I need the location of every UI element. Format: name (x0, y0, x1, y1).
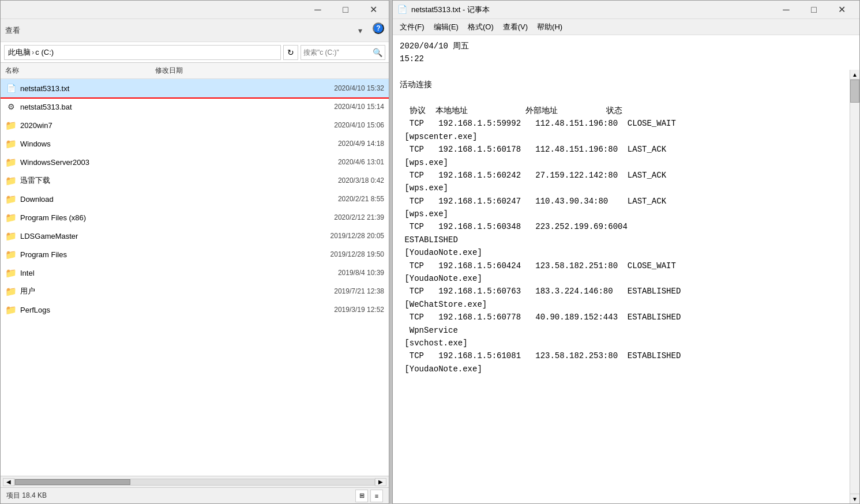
folder-icon: 📁 (5, 304, 17, 315)
file-name: WindowsServer2003 (20, 158, 159, 167)
folder-icon: 📁 (5, 175, 17, 186)
titlebar-controls: ─ □ ✕ (305, 1, 386, 18)
notepad-icon: 📄 (397, 5, 408, 15)
file-date: 2019/3/19 12:52 (334, 306, 384, 314)
hscroll-track[interactable] (14, 479, 375, 486)
menu-item-3[interactable]: 查看(V) (498, 20, 532, 34)
scrollbar-down-button[interactable]: ▼ (850, 494, 859, 503)
minimize-button[interactable]: ─ (305, 1, 331, 18)
notepad-menubar: 文件(F)编辑(E)格式(O)查看(V)帮助(H) (393, 19, 859, 35)
file-name: Intel (20, 269, 159, 277)
menu-item-0[interactable]: 文件(F) (395, 20, 429, 34)
file-name: Program Files (20, 250, 159, 259)
grid-view-button[interactable]: ⊞ (355, 490, 368, 502)
notepad-content[interactable]: 2020/04/10 周五 15:22 活动连接 协议 本地地址 外部地址 状态… (393, 35, 850, 503)
menu-item-4[interactable]: 帮助(H) (532, 20, 567, 34)
file-date: 2019/7/21 12:38 (334, 287, 384, 295)
scrollbar-up-button[interactable]: ▲ (850, 70, 859, 80)
notepad-title: netstat5313.txt - 记事本 (411, 5, 773, 15)
file-date: 2020/4/10 15:14 (334, 103, 384, 111)
close-button[interactable]: ✕ (360, 1, 386, 18)
maximize-button[interactable]: □ (332, 1, 359, 18)
file-date: 2020/2/21 8:55 (338, 195, 384, 203)
menu-item-1[interactable]: 编辑(E) (429, 20, 463, 34)
notepad-content-area: 2020/04/10 周五 15:22 活动连接 协议 本地地址 外部地址 状态… (393, 35, 859, 503)
notepad-maximize-button[interactable]: □ (801, 1, 827, 18)
scrollbar-thumb[interactable] (850, 80, 859, 103)
file-name: 2020win7 (20, 121, 159, 130)
notepad-window: 📄 netstat5313.txt - 记事本 ─ □ ✕ 文件(F)编辑(E)… (392, 0, 860, 504)
file-name: 用户 (20, 286, 159, 296)
hscroll-thumb[interactable] (15, 479, 130, 485)
column-date-header: 修改日期 (155, 66, 183, 76)
column-name-header: 名称 (5, 66, 155, 76)
file-item[interactable]: 📁2020win72020/4/10 15:06 (1, 116, 389, 134)
horizontal-scrollbar[interactable]: ◀ ▶ (1, 476, 389, 487)
item-count: 项目 18.4 KB (6, 491, 47, 501)
scroll-right-btn[interactable]: ▶ (375, 478, 386, 486)
folder-icon: 📁 (5, 156, 17, 168)
notepad-close-button[interactable]: ✕ (828, 1, 855, 18)
file-list: 📄netstat5313.txt2020/4/10 15:32⚙netstat5… (1, 79, 389, 476)
txt-icon: 📄 (5, 82, 17, 94)
menu-item-2[interactable]: 格式(O) (463, 20, 498, 34)
file-item[interactable]: 📄netstat5313.txt2020/4/10 15:32 (1, 79, 389, 97)
view-controls: ⊞ ≡ (355, 490, 383, 502)
scrollbar-track (850, 80, 859, 494)
file-item[interactable]: ⚙netstat5313.bat2020/4/10 15:14 (1, 97, 389, 116)
search-input[interactable] (303, 48, 373, 57)
file-item[interactable]: 📁Download2020/2/21 8:55 (1, 190, 389, 208)
file-date: 2019/8/4 10:39 (338, 269, 384, 277)
file-date: 2019/12/28 20:05 (331, 232, 384, 240)
file-name: Windows (20, 140, 159, 148)
file-name: netstat5313.txt (20, 84, 159, 93)
breadcrumb-arrow: › (32, 48, 34, 57)
refresh-button[interactable]: ↻ (283, 45, 298, 60)
toolbar: 查看 ▾ ? (1, 19, 389, 42)
file-item[interactable]: 📁LDSGameMaster2019/12/28 20:05 (1, 227, 389, 245)
file-item[interactable]: 📁Windows2020/4/9 14:18 (1, 134, 389, 153)
file-date: 2020/3/18 0:42 (338, 176, 384, 185)
bat-icon: ⚙ (5, 101, 17, 112)
view-label: 查看 (5, 25, 20, 36)
notepad-titlebar: 📄 netstat5313.txt - 记事本 ─ □ ✕ (393, 1, 859, 19)
file-name: PerfLogs (20, 306, 159, 314)
folder-icon: 📁 (5, 212, 17, 223)
notepad-minimize-button[interactable]: ─ (773, 1, 799, 18)
file-item[interactable]: 📁PerfLogs2019/3/19 12:52 (1, 300, 389, 319)
file-item[interactable]: 📁Program Files2019/12/28 19:50 (1, 245, 389, 264)
file-item[interactable]: 📁WindowsServer20032020/4/6 13:01 (1, 153, 389, 171)
address-path[interactable]: 此电脑 › c (C:) (4, 45, 281, 60)
file-item[interactable]: 📁Intel2019/8/4 10:39 (1, 264, 389, 282)
file-item[interactable]: 📁用户2019/7/21 12:38 (1, 282, 389, 300)
folder-icon: 📁 (5, 230, 17, 242)
search-box: 🔍 (301, 45, 385, 60)
file-date: 2020/4/10 15:32 (334, 84, 384, 92)
breadcrumb-computer: 此电脑 (8, 47, 31, 58)
folder-icon: 📁 (5, 119, 17, 131)
statusbar: 项目 18.4 KB ⊞ ≡ (1, 487, 389, 503)
folder-icon: 📁 (5, 193, 17, 205)
explorer-window: ─ □ ✕ 查看 ▾ ? 此电脑 › c (C:) ↻ 🔍 名称 修改日期 📄n… (0, 0, 389, 504)
scroll-left-btn[interactable]: ◀ (3, 478, 14, 486)
file-date: 2020/4/9 14:18 (338, 140, 384, 148)
file-name: 迅雷下载 (20, 175, 159, 186)
search-button[interactable]: 🔍 (373, 48, 382, 57)
breadcrumb-drive: c (C:) (35, 48, 54, 57)
notepad-titlebar-controls: ─ □ ✕ (773, 1, 855, 18)
folder-icon: 📁 (5, 138, 17, 149)
file-name: Program Files (x86) (20, 213, 159, 222)
file-item[interactable]: 📁Program Files (x86)2020/2/12 21:39 (1, 208, 389, 227)
chevron-down-icon[interactable]: ▾ (352, 22, 368, 39)
file-date: 2019/12/28 19:50 (331, 250, 384, 258)
folder-icon: 📁 (5, 249, 17, 260)
explorer-titlebar: ─ □ ✕ (1, 1, 389, 19)
folder-icon: 📁 (5, 267, 17, 279)
toolbar-right: ▾ ? (352, 22, 384, 39)
file-date: 2020/4/10 15:06 (334, 121, 384, 129)
help-button[interactable]: ? (373, 22, 384, 34)
file-list-header: 名称 修改日期 (1, 63, 389, 79)
file-date: 2020/4/6 13:01 (338, 158, 384, 166)
file-item[interactable]: 📁迅雷下载2020/3/18 0:42 (1, 171, 389, 190)
list-view-button[interactable]: ≡ (370, 490, 383, 502)
